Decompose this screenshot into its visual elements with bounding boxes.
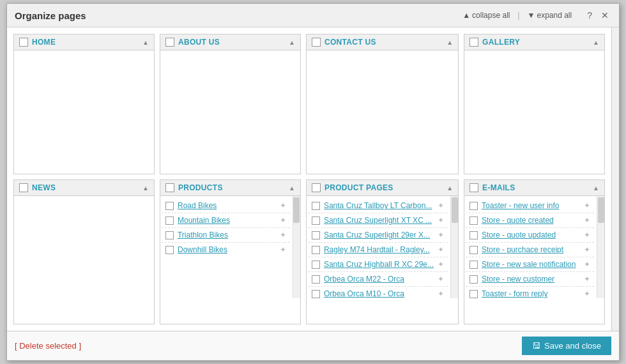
panel-collapse-icon-contact-us[interactable]: ▲ bbox=[447, 39, 453, 46]
item-label-product-pages-1[interactable]: Santa Cruz Superlight XT XC ... bbox=[324, 216, 434, 225]
panel-scrollbar-product-pages[interactable] bbox=[450, 196, 458, 298]
item-label-product-pages-5[interactable]: Orbea Orca M22 - Orca bbox=[324, 275, 434, 284]
item-checkbox-emails-4[interactable] bbox=[470, 261, 478, 269]
item-label-product-pages-3[interactable]: Ragley M74 Hardtail - Ragley... bbox=[324, 245, 434, 254]
panel-collapse-icon-gallery[interactable]: ▲ bbox=[593, 39, 599, 46]
drag-handle-product-pages-1[interactable]: ✦ bbox=[438, 216, 444, 225]
panel-collapse-icon-about-us[interactable]: ▲ bbox=[289, 39, 295, 46]
item-label-emails-3[interactable]: Store - purchace receipt bbox=[482, 245, 580, 254]
item-checkbox-emails-5[interactable] bbox=[470, 275, 478, 284]
panel-body-products: Road Bikes✦Mountain Bikes✦Triathlon Bike… bbox=[160, 196, 300, 298]
item-checkbox-emails-6[interactable] bbox=[470, 290, 478, 298]
header-right: ▲ collapse all | ▼ expand all ? ✕ bbox=[460, 9, 611, 22]
panel-home: HOME▲ bbox=[13, 34, 155, 174]
panel-products: PRODUCTS▲Road Bikes✦Mountain Bikes✦Triat… bbox=[160, 179, 301, 324]
panel-item-products-3: Downhill Bikes✦ bbox=[162, 243, 290, 257]
item-checkbox-product-pages-4[interactable] bbox=[312, 261, 320, 269]
panel-scrollbar-emails[interactable] bbox=[597, 196, 604, 298]
drag-handle-products-1[interactable]: ✦ bbox=[280, 216, 286, 225]
item-checkbox-product-pages-5[interactable] bbox=[312, 275, 320, 284]
item-checkbox-product-pages-0[interactable] bbox=[312, 202, 320, 210]
drag-handle-emails-1[interactable]: ✦ bbox=[584, 216, 590, 225]
panel-scrollbar-products[interactable] bbox=[293, 196, 300, 298]
item-label-product-pages-6[interactable]: Orbea Orca M10 - Orca bbox=[324, 289, 434, 298]
item-label-emails-0[interactable]: Toaster - new user info bbox=[482, 201, 580, 210]
panel-item-products-1: Mountain Bikes✦ bbox=[162, 213, 290, 228]
main-scrollbar[interactable] bbox=[611, 27, 619, 331]
drag-handle-emails-2[interactable]: ✦ bbox=[584, 231, 590, 239]
item-checkbox-product-pages-6[interactable] bbox=[312, 290, 320, 298]
item-checkbox-emails-0[interactable] bbox=[470, 202, 478, 210]
item-label-products-1[interactable]: Mountain Bikes bbox=[178, 216, 276, 225]
item-label-emails-6[interactable]: Toaster - form reply bbox=[482, 289, 580, 298]
drag-handle-product-pages-3[interactable]: ✦ bbox=[438, 245, 444, 254]
panel-header-products: PRODUCTS▲ bbox=[160, 180, 300, 196]
panel-collapse-icon-product-pages[interactable]: ▲ bbox=[447, 185, 453, 192]
panel-body-gallery bbox=[464, 50, 604, 174]
panel-item-product-pages-6: Orbea Orca M10 - Orca✦ bbox=[308, 287, 448, 298]
item-checkbox-products-3[interactable] bbox=[165, 246, 174, 254]
close-button[interactable]: ✕ bbox=[599, 9, 611, 22]
drag-handle-emails-6[interactable]: ✦ bbox=[584, 289, 590, 298]
drag-handle-product-pages-2[interactable]: ✦ bbox=[438, 231, 444, 239]
drag-handle-products-3[interactable]: ✦ bbox=[280, 245, 286, 254]
item-label-emails-1[interactable]: Store - quote created bbox=[482, 216, 580, 225]
panel-collapse-icon-news[interactable]: ▲ bbox=[142, 185, 149, 192]
item-label-emails-2[interactable]: Store - quote updated bbox=[482, 231, 580, 239]
item-checkbox-products-2[interactable] bbox=[165, 231, 174, 239]
drag-handle-emails-0[interactable]: ✦ bbox=[584, 201, 590, 210]
delete-selected-button[interactable]: [ Delete selected ] bbox=[15, 341, 81, 351]
panel-item-product-pages-2: Santa Cruz Superlight 29er X...✦ bbox=[308, 228, 448, 243]
drag-handle-products-0[interactable]: ✦ bbox=[280, 201, 286, 210]
drag-handle-product-pages-4[interactable]: ✦ bbox=[438, 260, 444, 269]
item-label-products-2[interactable]: Triathlon Bikes bbox=[178, 231, 276, 239]
help-button[interactable]: ? bbox=[584, 9, 595, 22]
panel-checkbox-gallery[interactable] bbox=[470, 38, 478, 47]
collapse-all-label: collapse all bbox=[472, 11, 510, 20]
item-label-product-pages-4[interactable]: Santa Cruz Highball R XC 29e... bbox=[324, 260, 434, 269]
item-checkbox-products-0[interactable] bbox=[165, 202, 174, 210]
panel-checkbox-products[interactable] bbox=[165, 183, 174, 192]
panel-checkbox-emails[interactable] bbox=[470, 183, 478, 192]
item-checkbox-product-pages-1[interactable] bbox=[312, 216, 320, 225]
panel-checkbox-news[interactable] bbox=[19, 183, 28, 192]
panel-checkbox-about-us[interactable] bbox=[165, 38, 174, 47]
panel-title-home: HOME bbox=[32, 38, 139, 47]
item-label-product-pages-2[interactable]: Santa Cruz Superlight 29er X... bbox=[324, 231, 434, 239]
panel-checkbox-product-pages[interactable] bbox=[312, 183, 321, 192]
item-label-product-pages-0[interactable]: Santa Cruz Tallboy LT Carbon... bbox=[324, 201, 434, 210]
item-label-emails-4[interactable]: Store - new sale notification bbox=[482, 260, 580, 269]
panel-checkbox-contact-us[interactable] bbox=[312, 38, 321, 47]
panel-checkbox-home[interactable] bbox=[19, 38, 28, 47]
panel-header-gallery: GALLERY▲ bbox=[464, 34, 604, 50]
panel-item-product-pages-1: Santa Cruz Superlight XT XC ...✦ bbox=[308, 213, 448, 228]
item-label-emails-5[interactable]: Store - new customer bbox=[482, 275, 580, 284]
drag-handle-emails-4[interactable]: ✦ bbox=[584, 260, 590, 269]
panel-item-emails-2: Store - quote updated✦ bbox=[466, 228, 594, 243]
item-checkbox-products-1[interactable] bbox=[165, 216, 174, 225]
expand-all-button[interactable]: ▼ expand all bbox=[525, 10, 575, 21]
panel-collapse-icon-home[interactable]: ▲ bbox=[142, 39, 149, 46]
drag-handle-product-pages-5[interactable]: ✦ bbox=[438, 275, 444, 284]
panel-item-product-pages-0: Santa Cruz Tallboy LT Carbon...✦ bbox=[308, 199, 448, 213]
item-checkbox-emails-2[interactable] bbox=[470, 231, 478, 239]
item-checkbox-product-pages-2[interactable] bbox=[312, 231, 320, 239]
item-label-products-0[interactable]: Road Bikes bbox=[178, 201, 276, 210]
collapse-all-button[interactable]: ▲ collapse all bbox=[460, 10, 512, 21]
save-close-button[interactable]: 🖫 Save and close bbox=[522, 337, 611, 355]
item-checkbox-emails-3[interactable] bbox=[470, 246, 478, 254]
panel-collapse-icon-products[interactable]: ▲ bbox=[289, 185, 295, 192]
item-checkbox-product-pages-3[interactable] bbox=[312, 246, 320, 254]
panel-item-emails-5: Store - new customer✦ bbox=[466, 272, 594, 287]
panel-collapse-icon-emails[interactable]: ▲ bbox=[593, 185, 599, 192]
panel-title-products: PRODUCTS bbox=[178, 183, 285, 192]
panel-header-contact-us: CONTACT US▲ bbox=[307, 34, 458, 50]
drag-handle-product-pages-0[interactable]: ✦ bbox=[438, 201, 444, 210]
drag-handle-product-pages-6[interactable]: ✦ bbox=[438, 289, 444, 298]
item-label-products-3[interactable]: Downhill Bikes bbox=[178, 245, 276, 254]
drag-handle-emails-3[interactable]: ✦ bbox=[584, 245, 590, 254]
item-checkbox-emails-1[interactable] bbox=[470, 216, 478, 225]
drag-handle-emails-5[interactable]: ✦ bbox=[584, 275, 590, 284]
panel-emails: E-MAILS▲Toaster - new user info✦Store - … bbox=[464, 179, 605, 324]
drag-handle-products-2[interactable]: ✦ bbox=[280, 231, 286, 239]
